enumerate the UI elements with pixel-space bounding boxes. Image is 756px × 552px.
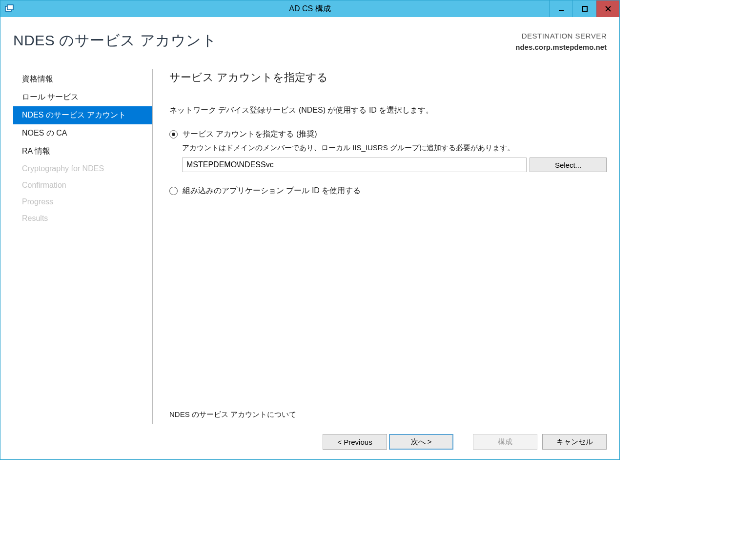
minimize-button[interactable] [549, 0, 572, 17]
info-link[interactable]: NDES のサービス アカウントについて [169, 410, 607, 419]
main-panel: サービス アカウントを指定する ネットワーク デバイス登録サービス (NDES)… [153, 69, 607, 424]
sidebar-item-cryptography: Cryptography for NDES [13, 160, 152, 177]
radio-option-builtin-pool[interactable]: 組み込みのアプリケーション プール ID を使用する [169, 186, 607, 196]
sidebar-item-role-services[interactable]: ロール サービス [13, 88, 152, 106]
svg-rect-3 [582, 6, 587, 11]
sidebar-item-confirmation: Confirmation [13, 177, 152, 194]
dest-label: DESTINATION SERVER [515, 31, 607, 42]
next-button[interactable]: 次へ > [389, 434, 453, 450]
sidebar-item-ndes-service-account[interactable]: NDES のサービス アカウント [13, 106, 152, 124]
configure-button: 構成 [473, 434, 537, 450]
radio-icon [169, 187, 178, 195]
svg-rect-1 [7, 5, 13, 10]
main-heading: サービス アカウントを指定する [169, 70, 607, 85]
radio-label: サービス アカウントを指定する (推奨) [183, 129, 317, 139]
radio-group: サービス アカウントを指定する (推奨) アカウントはドメインのメンバーであり、… [169, 129, 607, 200]
app-icon [4, 4, 14, 14]
nav-button-group: < Previous 次へ > [323, 434, 453, 450]
content-area: NDES のサービス アカウント DESTINATION SERVER ndes… [0, 17, 619, 424]
account-row: Select... [182, 158, 607, 172]
sidebar-item-results: Results [13, 210, 152, 227]
radio-label: 組み込みのアプリケーション プール ID を使用する [183, 186, 361, 196]
maximize-button[interactable] [572, 0, 596, 17]
svg-rect-2 [559, 10, 564, 11]
sidebar-item-ra-info[interactable]: RA 情報 [13, 142, 152, 160]
footer: < Previous 次へ > 構成 キャンセル [0, 424, 619, 459]
window-controls [549, 0, 619, 17]
sidebar-item-credentials[interactable]: 資格情報 [13, 70, 152, 88]
page-title: NDES のサービス アカウント [13, 31, 217, 51]
destination-info: DESTINATION SERVER ndes.corp.mstepdemo.n… [515, 31, 607, 53]
close-button[interactable] [596, 0, 619, 17]
middle-row: 資格情報 ロール サービス NDES のサービス アカウント NOES の CA… [13, 69, 607, 424]
header-row: NDES のサービス アカウント DESTINATION SERVER ndes… [13, 17, 607, 53]
titlebar: AD CS 構成 [0, 0, 619, 17]
account-input[interactable] [182, 158, 527, 172]
cancel-button[interactable]: キャンセル [542, 434, 607, 450]
previous-button[interactable]: < Previous [323, 434, 387, 450]
radio1-note: アカウントはドメインのメンバーであり、ローカル IIS_IUSRS グループに追… [182, 143, 607, 153]
sidebar: 資格情報 ロール サービス NDES のサービス アカウント NOES の CA… [13, 69, 153, 424]
window-title: AD CS 構成 [0, 4, 619, 14]
radio-option-specify-account[interactable]: サービス アカウントを指定する (推奨) [169, 129, 607, 139]
radio-icon [169, 130, 178, 138]
sidebar-item-progress: Progress [13, 194, 152, 210]
select-account-button[interactable]: Select... [530, 158, 607, 172]
sidebar-item-noes-ca[interactable]: NOES の CA [13, 124, 152, 142]
instruction-text: ネットワーク デバイス登録サービス (NDES) が使用する ID を選択します… [169, 105, 607, 116]
dest-server: ndes.corp.mstepdemo.net [515, 42, 607, 53]
wizard-window: AD CS 構成 NDES のサービス アカウント DESTINATION SE… [0, 0, 620, 460]
